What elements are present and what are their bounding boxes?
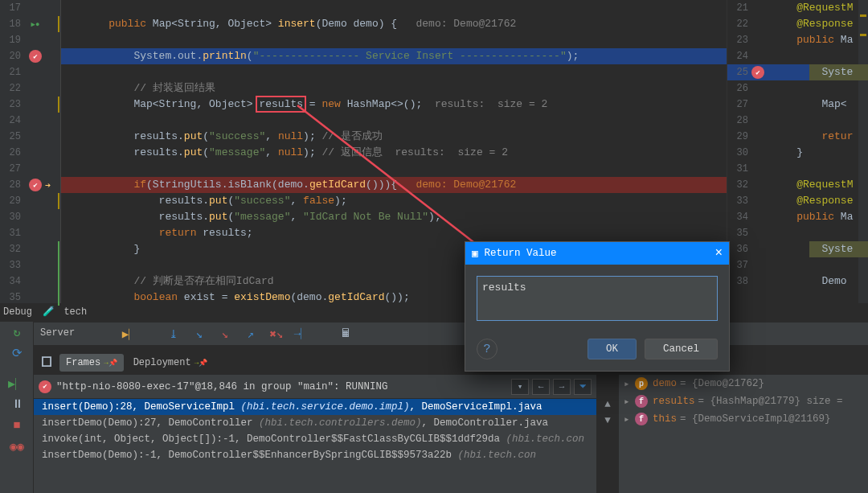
code-line[interactable]: Demo xyxy=(772,273,853,290)
resume-icon[interactable]: ▶⎸ xyxy=(0,373,34,394)
code-line[interactable]: results.put("message", "IdCard Not Be Nu… xyxy=(61,209,441,225)
breakpoints-icon[interactable]: ◉◉ xyxy=(0,436,34,457)
code-line[interactable]: } xyxy=(772,145,803,161)
code-line[interactable] xyxy=(61,257,84,273)
debug-step-toolbar: ▶⎸ ⤓ ↘ ↘ ↗ ✖↘ →⎸ 🖩 xyxy=(121,324,355,343)
variable-row[interactable]: ▸fresults= {HashMap@21779} size = xyxy=(619,392,868,410)
thread-dropdown-icon[interactable]: ▾ xyxy=(511,379,529,395)
code-line[interactable]: public Map<String, Object> insert(Demo d… xyxy=(61,16,516,32)
tab-deployment[interactable]: Deployment→📌 xyxy=(127,354,214,372)
frame-up-icon[interactable]: ▲ xyxy=(599,399,616,415)
code-line[interactable] xyxy=(61,0,84,16)
thread-selector[interactable]: ✔ "http-nio-8080-exec-17"@18,846 in grou… xyxy=(34,375,596,399)
return-value-input[interactable] xyxy=(477,276,718,321)
dialog-title: Return Value xyxy=(485,248,557,259)
rerun-icon[interactable]: ↻ xyxy=(0,322,34,343)
update-icon[interactable]: ⟳ xyxy=(0,343,34,364)
filter-icon[interactable]: ⏷ xyxy=(574,379,592,395)
code-line[interactable]: public Ma xyxy=(772,209,853,225)
expand-icon[interactable]: ▸ xyxy=(624,395,635,408)
dialog-app-icon: ▣ xyxy=(472,247,478,260)
cancel-button[interactable]: Cancel xyxy=(645,339,718,359)
code-line[interactable] xyxy=(61,161,84,177)
pin-icon: →📌 xyxy=(104,359,117,368)
pin-icon: →📌 xyxy=(194,359,207,368)
expand-icon[interactable]: ▸ xyxy=(624,413,635,425)
code-line[interactable]: retur xyxy=(772,129,853,145)
ok-button[interactable]: OK xyxy=(588,339,637,359)
code-line[interactable]: } xyxy=(61,241,140,257)
stack-frame-list[interactable]: insert(Demo):28, DemoServiceImpl (hbi.te… xyxy=(34,399,596,463)
code-line[interactable]: Map< xyxy=(772,97,847,113)
thread-status-icon: ✔ xyxy=(39,380,51,393)
code-line[interactable]: return results; xyxy=(61,225,253,241)
help-icon[interactable]: ? xyxy=(477,339,497,359)
bug-icon: 🧪 xyxy=(43,306,55,318)
secondary-editor[interactable]: 21 @RequestM22 @Response23 public Ma2425… xyxy=(727,0,868,303)
code-line[interactable]: Syste xyxy=(772,241,853,257)
code-line[interactable]: // 判断是否存在相同IdCard xyxy=(61,273,274,290)
frame-down-icon[interactable]: ▼ xyxy=(599,415,616,431)
frame-nav: ▲ ▼ xyxy=(599,399,616,431)
code-line[interactable]: @Response xyxy=(772,193,853,209)
code-line[interactable]: Map<String, Object> results = new HashMa… xyxy=(61,97,547,113)
debug-side-toolbar: ↻ ⟳ ▶⎸ ⏸ ■ ◉◉ xyxy=(0,322,34,493)
variable-row[interactable]: ▸pdemo= {Demo@21762} xyxy=(619,375,868,392)
code-line[interactable] xyxy=(61,32,84,48)
code-line[interactable]: @RequestM xyxy=(772,177,853,193)
breakpoint-icon[interactable]: ✔ xyxy=(29,179,42,191)
drop-frame-icon[interactable]: ✖↘ xyxy=(267,324,286,343)
code-line[interactable] xyxy=(61,113,84,129)
thread-name: "http-nio-8080-exec-17"@18,846 in group … xyxy=(56,381,508,392)
code-line[interactable]: System.out.println("---------------- Ser… xyxy=(61,48,579,64)
server-label: Server xyxy=(40,327,75,339)
next-thread-icon[interactable]: → xyxy=(553,379,571,395)
code-line[interactable]: @Response xyxy=(772,16,853,32)
run-to-cursor-icon[interactable]: →⎸ xyxy=(293,324,312,343)
step-into-icon[interactable]: ↘ xyxy=(190,324,209,343)
breakpoint-icon[interactable]: ✔ xyxy=(29,50,42,63)
return-value-dialog: ▣ Return Value × ? OK Cancel xyxy=(465,241,730,372)
code-line[interactable]: // 封装返回结果 xyxy=(61,80,215,97)
step-out-icon[interactable]: ↗ xyxy=(241,324,260,343)
prev-thread-icon[interactable]: ← xyxy=(532,379,550,395)
code-line[interactable]: Syste xyxy=(772,64,853,80)
restore-layout-icon[interactable]: 🞏 xyxy=(37,353,56,372)
stack-frame[interactable]: insertDemo(Demo):27, DemoController (hbi… xyxy=(34,415,596,431)
stack-frame[interactable]: invoke(int, Object, Object[]):-1, DemoCo… xyxy=(34,431,596,447)
debug-toolwindow-title: Debug 🧪 tech xyxy=(3,306,87,322)
code-line[interactable]: public Ma xyxy=(772,32,853,48)
debug-config: tech xyxy=(63,306,87,318)
frames-panel: ✔ "http-nio-8080-exec-17"@18,846 in grou… xyxy=(34,375,596,493)
error-stripe-bar xyxy=(858,0,868,303)
breakpoint-icon[interactable]: ✔ xyxy=(751,66,764,79)
code-line[interactable]: boolean exist = existDemo(demo.getIdCard… xyxy=(61,290,410,306)
stop-icon[interactable]: ■ xyxy=(0,415,34,436)
variable-row[interactable]: ▸fthis= {DemoServiceImpl@21169} xyxy=(619,410,868,428)
dialog-titlebar[interactable]: ▣ Return Value × xyxy=(465,242,729,265)
variables-panel[interactable]: ▸pdemo= {Demo@21762}▸fresults= {HashMap@… xyxy=(619,375,868,493)
code-line[interactable]: results.put("message", null); // 返回信息 re… xyxy=(61,145,508,161)
tab-frames[interactable]: Frames→📌 xyxy=(59,354,124,372)
debug-tabs: 🞏 Frames→📌 Deployment→📌 xyxy=(37,352,214,373)
close-icon[interactable]: × xyxy=(714,246,723,261)
force-step-into-icon[interactable]: ↘ xyxy=(215,324,235,343)
stack-frame[interactable]: insertDemo(Demo):-1, DemoController$$Enh… xyxy=(34,447,596,463)
code-line[interactable]: results.put("success", false); xyxy=(61,193,347,209)
evaluate-icon[interactable]: 🖩 xyxy=(336,324,355,343)
pause-icon[interactable]: ⏸ xyxy=(0,394,34,415)
code-line[interactable]: results.put("success", null); // 是否成功 xyxy=(61,129,383,145)
debug-label: Debug xyxy=(3,306,32,318)
show-exec-point-icon[interactable]: ▶⎸ xyxy=(121,324,140,343)
expand-icon[interactable]: ▸ xyxy=(624,377,635,390)
code-line[interactable]: @RequestM xyxy=(772,0,853,16)
gutter: 1718▶●1920✔2122232425262728✔➔29303132333… xyxy=(0,0,61,303)
execution-point-icon: ➔ xyxy=(45,179,51,191)
code-line[interactable]: if(StringUtils.isBlank(demo.getIdCard())… xyxy=(61,177,516,193)
run-gutter-icon[interactable]: ▶● xyxy=(29,18,42,31)
stack-frame[interactable]: insert(Demo):28, DemoServiceImpl (hbi.te… xyxy=(34,399,596,415)
code-line[interactable] xyxy=(61,64,84,80)
step-over-icon[interactable]: ⤓ xyxy=(164,324,183,343)
